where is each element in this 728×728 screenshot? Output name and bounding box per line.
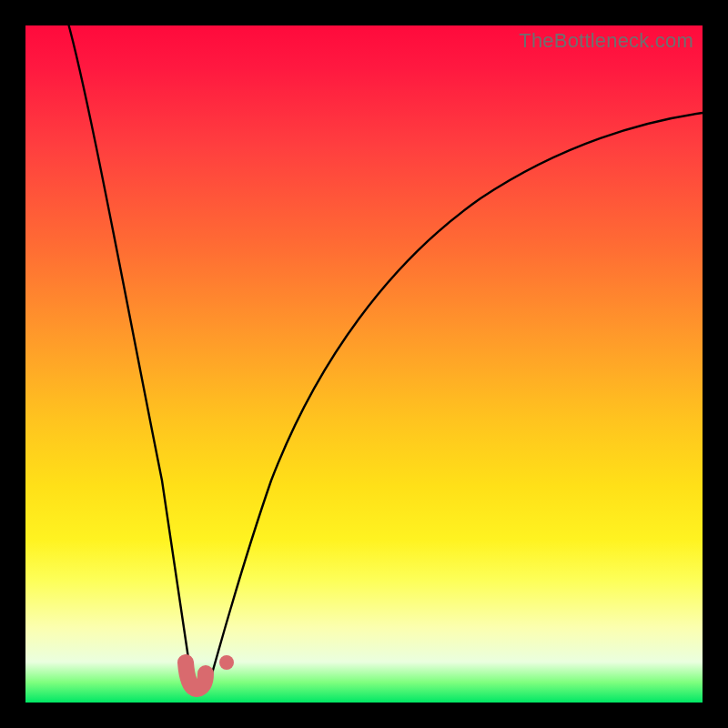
dot-marker — [219, 655, 234, 670]
u-marker — [186, 662, 206, 689]
curves-layer — [25, 25, 703, 703]
chart-plot-area: TheBottleneck.com — [25, 25, 703, 703]
chart-frame: TheBottleneck.com — [0, 0, 728, 728]
right-curve — [207, 113, 703, 689]
left-curve — [67, 20, 193, 689]
